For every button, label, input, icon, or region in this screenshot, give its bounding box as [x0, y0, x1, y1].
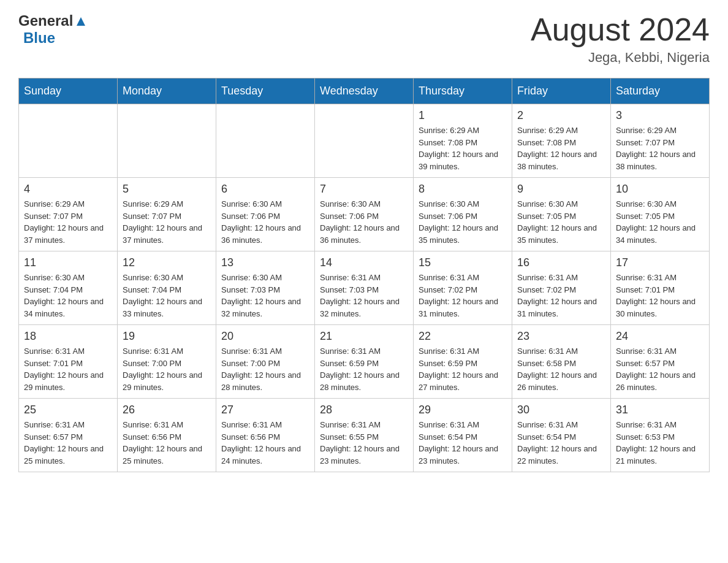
calendar-cell: [118, 104, 216, 178]
calendar-cell: 10Sunrise: 6:30 AMSunset: 7:05 PMDayligh…: [611, 178, 710, 251]
calendar-cell: 30Sunrise: 6:31 AMSunset: 6:54 PMDayligh…: [512, 399, 611, 472]
day-info: Sunrise: 6:30 AMSunset: 7:05 PMDaylight:…: [517, 198, 605, 246]
day-number: 24: [616, 330, 704, 343]
calendar-cell: [19, 104, 118, 178]
day-info: Sunrise: 6:31 AMSunset: 6:57 PMDaylight:…: [24, 419, 112, 467]
weekday-header-saturday: Saturday: [611, 79, 710, 104]
calendar-cell: 9Sunrise: 6:30 AMSunset: 7:05 PMDaylight…: [512, 178, 611, 251]
day-number: 9: [517, 183, 605, 196]
day-info: Sunrise: 6:29 AMSunset: 7:08 PMDaylight:…: [517, 124, 605, 172]
calendar-cell: 18Sunrise: 6:31 AMSunset: 7:01 PMDayligh…: [19, 325, 118, 399]
day-info: Sunrise: 6:31 AMSunset: 6:59 PMDaylight:…: [419, 345, 507, 393]
day-info: Sunrise: 6:31 AMSunset: 7:02 PMDaylight:…: [517, 272, 605, 320]
weekday-header-tuesday: Tuesday: [216, 79, 315, 104]
logo: General Blue: [18, 12, 88, 47]
calendar-cell: 15Sunrise: 6:31 AMSunset: 7:02 PMDayligh…: [414, 251, 512, 325]
calendar-cell: 16Sunrise: 6:31 AMSunset: 7:02 PMDayligh…: [512, 251, 611, 325]
calendar-cell: 3Sunrise: 6:29 AMSunset: 7:07 PMDaylight…: [611, 104, 710, 178]
day-info: Sunrise: 6:31 AMSunset: 6:56 PMDaylight:…: [123, 419, 211, 467]
calendar-cell: [315, 104, 414, 178]
calendar-cell: 17Sunrise: 6:31 AMSunset: 7:01 PMDayligh…: [611, 251, 710, 325]
weekday-header-row: SundayMondayTuesdayWednesdayThursdayFrid…: [19, 79, 710, 104]
weekday-header-sunday: Sunday: [19, 79, 118, 104]
calendar-cell: 13Sunrise: 6:30 AMSunset: 7:03 PMDayligh…: [216, 251, 315, 325]
calendar-cell: 25Sunrise: 6:31 AMSunset: 6:57 PMDayligh…: [19, 399, 118, 472]
day-number: 16: [517, 256, 605, 269]
day-info: Sunrise: 6:30 AMSunset: 7:05 PMDaylight:…: [616, 198, 704, 246]
week-row-4: 18Sunrise: 6:31 AMSunset: 7:01 PMDayligh…: [19, 325, 710, 399]
week-row-2: 4Sunrise: 6:29 AMSunset: 7:07 PMDaylight…: [19, 178, 710, 251]
calendar-cell: 7Sunrise: 6:30 AMSunset: 7:06 PMDaylight…: [315, 178, 414, 251]
day-info: Sunrise: 6:31 AMSunset: 7:01 PMDaylight:…: [616, 272, 704, 320]
day-number: 20: [221, 330, 309, 343]
day-info: Sunrise: 6:31 AMSunset: 6:58 PMDaylight:…: [517, 345, 605, 393]
day-number: 14: [320, 256, 408, 269]
day-info: Sunrise: 6:29 AMSunset: 7:08 PMDaylight:…: [419, 124, 507, 172]
day-info: Sunrise: 6:31 AMSunset: 6:54 PMDaylight:…: [419, 419, 507, 467]
calendar-cell: 24Sunrise: 6:31 AMSunset: 6:57 PMDayligh…: [611, 325, 710, 399]
day-info: Sunrise: 6:31 AMSunset: 6:56 PMDaylight:…: [221, 419, 309, 467]
week-row-1: 1Sunrise: 6:29 AMSunset: 7:08 PMDaylight…: [19, 104, 710, 178]
title-block: August 2024 Jega, Kebbi, Nigeria: [531, 12, 710, 66]
day-number: 8: [419, 183, 507, 196]
day-number: 18: [24, 330, 112, 343]
calendar-cell: [216, 104, 315, 178]
day-info: Sunrise: 6:29 AMSunset: 7:07 PMDaylight:…: [24, 198, 112, 246]
calendar-cell: 23Sunrise: 6:31 AMSunset: 6:58 PMDayligh…: [512, 325, 611, 399]
day-number: 21: [320, 330, 408, 343]
logo-blue-text: Blue: [23, 29, 55, 47]
day-number: 6: [221, 183, 309, 196]
day-info: Sunrise: 6:31 AMSunset: 6:53 PMDaylight:…: [616, 419, 704, 467]
day-number: 26: [123, 404, 211, 416]
day-number: 25: [24, 404, 112, 416]
day-info: Sunrise: 6:31 AMSunset: 6:55 PMDaylight:…: [320, 419, 408, 467]
day-number: 17: [616, 256, 704, 269]
day-number: 15: [419, 256, 507, 269]
day-number: 22: [419, 330, 507, 343]
day-info: Sunrise: 6:31 AMSunset: 6:54 PMDaylight:…: [517, 419, 605, 467]
day-info: Sunrise: 6:31 AMSunset: 7:03 PMDaylight:…: [320, 272, 408, 320]
week-row-3: 11Sunrise: 6:30 AMSunset: 7:04 PMDayligh…: [19, 251, 710, 325]
day-info: Sunrise: 6:29 AMSunset: 7:07 PMDaylight:…: [616, 124, 704, 172]
calendar-cell: 19Sunrise: 6:31 AMSunset: 7:00 PMDayligh…: [118, 325, 216, 399]
calendar-cell: 26Sunrise: 6:31 AMSunset: 6:56 PMDayligh…: [118, 399, 216, 472]
calendar-cell: 6Sunrise: 6:30 AMSunset: 7:06 PMDaylight…: [216, 178, 315, 251]
day-number: 10: [616, 183, 704, 196]
weekday-header-monday: Monday: [118, 79, 216, 104]
weekday-header-wednesday: Wednesday: [315, 79, 414, 104]
calendar-cell: 31Sunrise: 6:31 AMSunset: 6:53 PMDayligh…: [611, 399, 710, 472]
week-row-5: 25Sunrise: 6:31 AMSunset: 6:57 PMDayligh…: [19, 399, 710, 472]
day-number: 1: [419, 109, 507, 122]
day-info: Sunrise: 6:31 AMSunset: 6:57 PMDaylight:…: [616, 345, 704, 393]
calendar-cell: 27Sunrise: 6:31 AMSunset: 6:56 PMDayligh…: [216, 399, 315, 472]
calendar-cell: 14Sunrise: 6:31 AMSunset: 7:03 PMDayligh…: [315, 251, 414, 325]
day-number: 27: [221, 404, 309, 416]
weekday-header-friday: Friday: [512, 79, 611, 104]
page-header: General Blue August 2024 Jega, Kebbi, Ni…: [18, 12, 710, 66]
calendar-cell: 5Sunrise: 6:29 AMSunset: 7:07 PMDaylight…: [118, 178, 216, 251]
weekday-header-thursday: Thursday: [414, 79, 512, 104]
calendar-cell: 8Sunrise: 6:30 AMSunset: 7:06 PMDaylight…: [414, 178, 512, 251]
day-info: Sunrise: 6:30 AMSunset: 7:06 PMDaylight:…: [320, 198, 408, 246]
calendar-cell: 29Sunrise: 6:31 AMSunset: 6:54 PMDayligh…: [414, 399, 512, 472]
day-info: Sunrise: 6:31 AMSunset: 6:59 PMDaylight:…: [320, 345, 408, 393]
day-info: Sunrise: 6:31 AMSunset: 7:00 PMDaylight:…: [221, 345, 309, 393]
day-number: 30: [517, 404, 605, 416]
calendar-table: SundayMondayTuesdayWednesdayThursdayFrid…: [18, 78, 710, 472]
day-number: 28: [320, 404, 408, 416]
calendar-cell: 20Sunrise: 6:31 AMSunset: 7:00 PMDayligh…: [216, 325, 315, 399]
calendar-cell: 11Sunrise: 6:30 AMSunset: 7:04 PMDayligh…: [19, 251, 118, 325]
calendar-cell: 22Sunrise: 6:31 AMSunset: 6:59 PMDayligh…: [414, 325, 512, 399]
day-number: 23: [517, 330, 605, 343]
day-info: Sunrise: 6:31 AMSunset: 7:02 PMDaylight:…: [419, 272, 507, 320]
day-number: 3: [616, 109, 704, 122]
calendar-cell: 4Sunrise: 6:29 AMSunset: 7:07 PMDaylight…: [19, 178, 118, 251]
day-info: Sunrise: 6:30 AMSunset: 7:04 PMDaylight:…: [24, 272, 112, 320]
day-number: 5: [123, 183, 211, 196]
day-number: 12: [123, 256, 211, 269]
day-info: Sunrise: 6:30 AMSunset: 7:04 PMDaylight:…: [123, 272, 211, 320]
day-number: 4: [24, 183, 112, 196]
day-number: 11: [24, 256, 112, 269]
day-number: 13: [221, 256, 309, 269]
day-info: Sunrise: 6:29 AMSunset: 7:07 PMDaylight:…: [123, 198, 211, 246]
